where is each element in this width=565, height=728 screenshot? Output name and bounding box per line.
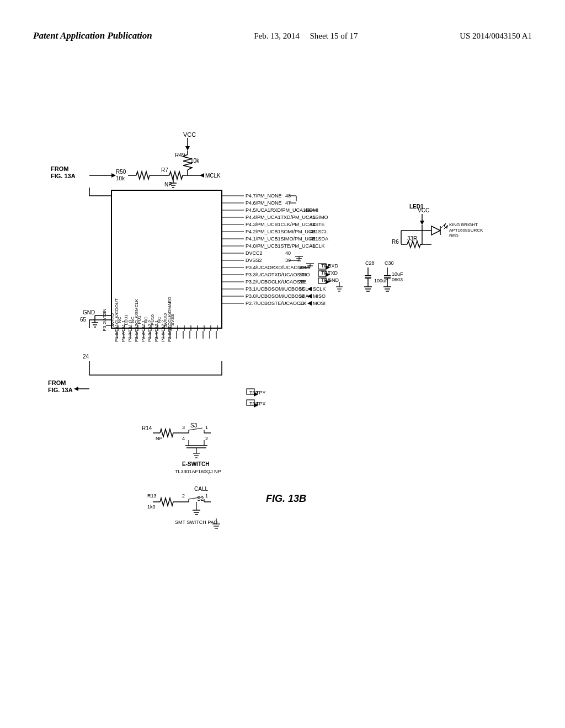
diagram-area: FROM FIG. 13A VCC R49 R50 10k 10k: [33, 77, 532, 684]
mclk-label: MCLK: [205, 173, 221, 179]
page: Patent Application Publication Feb. 13, …: [0, 0, 565, 728]
from-fig-top-label: FROM: [51, 165, 68, 172]
np-label: NP: [164, 181, 172, 188]
apt-label: APT1608SURCK: [449, 228, 483, 233]
pin42-label: P4.1/PM_UCB1SIMO/PM_UCB1SDA: [246, 236, 328, 242]
r50-label: R50: [116, 169, 126, 175]
pin36-num: 36: [299, 279, 305, 285]
s3-label: S3: [190, 422, 198, 429]
sclk-label: SCLK: [313, 286, 326, 292]
r13-value: 1k0: [147, 504, 156, 510]
svg-marker-52: [431, 226, 440, 235]
pin45-label: P4.4/PM_UCA1TXD/PM_UCA1SIMO: [246, 215, 328, 220]
from-fig-top-label2: FIG. 13A: [51, 173, 76, 179]
s2-pin1: 1: [205, 493, 208, 499]
c28-label: C28: [365, 260, 375, 266]
s3-pin4: 4: [182, 436, 185, 441]
r6-value: 33R: [407, 235, 417, 242]
r49-value: 10k: [190, 158, 200, 164]
c30-value-top: 10uF: [392, 271, 403, 277]
pin35-num: 35: [299, 286, 305, 292]
led1-label: LED1: [409, 204, 424, 210]
r7-label: R7: [161, 167, 168, 173]
s2-label: S2: [197, 496, 204, 502]
vcc-label-top: VCC: [183, 131, 196, 138]
pin40-label: DVCC2: [246, 250, 263, 256]
svg-marker-55: [444, 223, 446, 227]
from-fig-bot-2: FIG. 13A: [48, 387, 73, 393]
smt-label: SMT SWITCH PAD: [175, 520, 218, 525]
pin48-label: P4.7/PM_NONE: [246, 193, 282, 199]
publication-date-sheet: Feb. 13, 2014 Sheet 15 of 17: [254, 31, 358, 41]
s3-pin1: 1: [205, 425, 208, 430]
svg-marker-128: [74, 387, 78, 391]
ic-body: [111, 190, 222, 328]
pin36-label: P3.2/UCBOCLK/UCAOSTE: [246, 279, 307, 285]
king-bright-label: KING BRIGHT: [449, 222, 478, 227]
svg-marker-11: [200, 173, 204, 178]
s3-pin3: 3: [182, 425, 185, 430]
gnd-tp-label: GND: [328, 277, 339, 283]
svg-marker-57: [446, 225, 448, 229]
circuit-diagram: FROM FIG. 13A VCC R49 R50 10k 10k: [33, 77, 532, 684]
pin37-num: 37: [299, 272, 305, 277]
figure-label: FIG. 13B: [266, 493, 306, 504]
call-label: CALL: [194, 486, 208, 492]
page-header: Patent Application Publication Feb. 13, …: [0, 30, 565, 41]
pin42-num: 42: [310, 236, 316, 242]
patent-number: US 2014/0043150 A1: [460, 31, 532, 41]
pin33-label: P2.7/UCBOSTE/UCAOCLK: [246, 301, 307, 306]
pin33-num: 33: [299, 301, 305, 306]
red-label: RED: [449, 233, 459, 238]
miso-label: MISO: [313, 293, 326, 299]
c28-value: 100uF: [374, 278, 388, 283]
mosi-label: MOSI: [313, 301, 326, 306]
svg-marker-3: [185, 146, 190, 151]
r13-label: R13: [147, 493, 157, 499]
pin41-num: 41: [310, 243, 316, 249]
publication-date: Feb. 13, 2014: [254, 31, 300, 40]
svg-marker-51: [420, 221, 424, 225]
gnd-label: GND: [83, 309, 95, 315]
c30-value-bot: 0603: [392, 277, 403, 282]
pin24-num-label: 24: [83, 354, 89, 360]
from-fig-bot-1: FROM: [48, 379, 66, 386]
pin39-label: DVSS2: [246, 258, 262, 263]
pin34-num: 34: [299, 293, 305, 299]
pin40-num: 40: [285, 250, 291, 256]
gnd-65: 65: [80, 317, 87, 323]
pin43-num: 43: [310, 229, 316, 234]
c30-label: C30: [385, 260, 394, 266]
publication-title: Patent Application Publication: [33, 30, 152, 41]
pin45-num: 45: [310, 215, 316, 220]
r14-label: R14: [142, 425, 152, 431]
sheet-info: Sheet 15 of 17: [310, 31, 358, 40]
s2-pin2: 2: [182, 493, 185, 499]
r50-value: 10k: [116, 175, 125, 181]
r49-label: R49: [175, 152, 185, 158]
pin44-num: 44: [310, 222, 316, 227]
r6-label: R6: [392, 239, 399, 245]
e-switch-label: E-SWITCH: [182, 461, 209, 467]
tl3301-label: TL3301AF160QJ NP: [175, 469, 221, 474]
svg-marker-110: [307, 301, 312, 306]
np-r14-label: NP: [156, 436, 163, 441]
s3-pin2: 2: [205, 436, 208, 441]
pin47-label: P4.6/PM_NONE: [246, 200, 282, 206]
svg-marker-1: [111, 173, 116, 178]
